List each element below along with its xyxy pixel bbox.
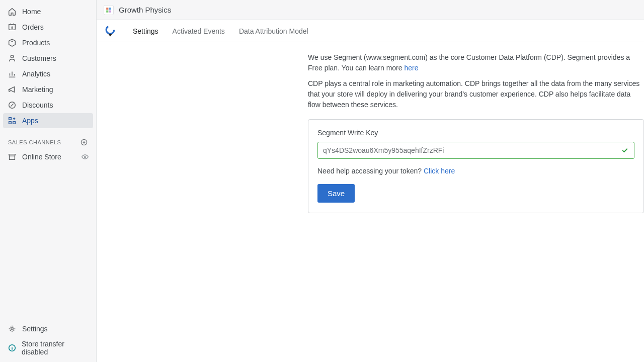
help-text: Need help accessing your token? Click he… — [317, 167, 634, 175]
check-icon — [616, 146, 634, 154]
sidebar-item-customers[interactable]: Customers — [3, 51, 93, 66]
svg-rect-10 — [106, 8, 108, 10]
orders-icon — [7, 22, 17, 32]
nav-label: Discounts — [22, 101, 89, 109]
home-icon — [7, 7, 17, 17]
svg-rect-4 — [13, 122, 16, 124]
save-button[interactable]: Save — [317, 184, 355, 203]
app-icon — [104, 5, 114, 15]
svg-rect-13 — [109, 10, 111, 12]
settings-label: Settings — [22, 325, 48, 333]
segment-key-label: Segment Write Key — [317, 129, 634, 137]
info-icon — [7, 343, 17, 353]
tab-data-attribution-model[interactable]: Data Attribution Model — [232, 20, 315, 42]
svg-point-1 — [11, 55, 13, 58]
intro-paragraph-1: We use Segment (www.segment.com) as the … — [308, 52, 644, 73]
tabbar: Settings Activated Events Data Attributi… — [97, 20, 644, 42]
analytics-icon — [7, 69, 17, 79]
tab-activated-events[interactable]: Activated Events — [166, 20, 232, 42]
nav-label: Orders — [22, 23, 89, 31]
segment-key-input[interactable] — [318, 142, 616, 158]
nav-label: Products — [22, 39, 89, 47]
sidebar-settings[interactable]: Settings — [3, 321, 93, 337]
intro-paragraph-2: CDP plays a central role in marketing au… — [308, 78, 644, 110]
sidebar-item-home[interactable]: Home — [3, 4, 93, 19]
learn-more-link[interactable]: here — [404, 64, 418, 72]
sidebar-item-orders[interactable]: Orders — [3, 20, 93, 35]
discounts-icon — [7, 100, 17, 110]
segment-key-input-wrap — [317, 142, 634, 159]
svg-rect-5 — [9, 122, 12, 124]
help-link[interactable]: Click here — [424, 167, 455, 175]
sidebar-item-products[interactable]: Products — [3, 35, 93, 50]
nav-label: Marketing — [22, 85, 89, 94]
sidebar-bottom: Settings Store transfer disabled — [0, 318, 96, 362]
gear-icon — [7, 324, 17, 334]
sidebar-nav: Home Orders Products Customers Analytics — [0, 0, 96, 318]
svg-point-14 — [106, 26, 114, 34]
main: Growth Physics Settings Activated Events… — [97, 0, 644, 362]
settings-card: Segment Write Key Need help accessing yo… — [308, 119, 644, 213]
add-channel-icon[interactable] — [80, 138, 88, 146]
content: We use Segment (www.segment.com) as the … — [97, 42, 644, 362]
store-icon — [7, 152, 17, 162]
apps-icon — [7, 116, 17, 126]
preview-icon[interactable] — [81, 153, 89, 161]
sidebar-item-marketing[interactable]: Marketing — [3, 82, 93, 97]
nav-label: Home — [22, 8, 89, 16]
app-title: Growth Physics — [119, 6, 171, 14]
tab-settings[interactable]: Settings — [126, 20, 166, 42]
section-title: SALES CHANNELS — [8, 139, 80, 145]
sidebar-item-apps[interactable]: Apps — [3, 113, 93, 128]
content-inner: We use Segment (www.segment.com) as the … — [308, 52, 644, 213]
sidebar-item-discounts[interactable]: Discounts — [3, 98, 93, 113]
transfer-label: Store transfer disabled — [22, 340, 89, 356]
app-logo-icon — [104, 25, 117, 38]
nav-label: Customers — [22, 54, 89, 62]
topbar: Growth Physics — [97, 0, 644, 20]
nav-label: Analytics — [22, 70, 89, 78]
svg-point-7 — [84, 156, 86, 157]
svg-point-8 — [11, 328, 14, 330]
sidebar-item-analytics[interactable]: Analytics — [3, 66, 93, 81]
sales-channels-header: SALES CHANNELS — [3, 133, 93, 149]
store-transfer-status[interactable]: Store transfer disabled — [3, 337, 93, 359]
marketing-icon — [7, 84, 17, 95]
sidebar: Home Orders Products Customers Analytics — [0, 0, 97, 362]
svg-rect-11 — [109, 8, 111, 10]
svg-rect-12 — [106, 10, 108, 12]
channel-label: Online Store — [22, 153, 81, 161]
svg-point-0 — [12, 41, 13, 42]
svg-rect-3 — [9, 118, 12, 120]
channel-online-store[interactable]: Online Store — [3, 149, 93, 164]
products-icon — [7, 38, 17, 48]
customers-icon — [7, 53, 17, 63]
nav-label: Apps — [22, 117, 89, 125]
